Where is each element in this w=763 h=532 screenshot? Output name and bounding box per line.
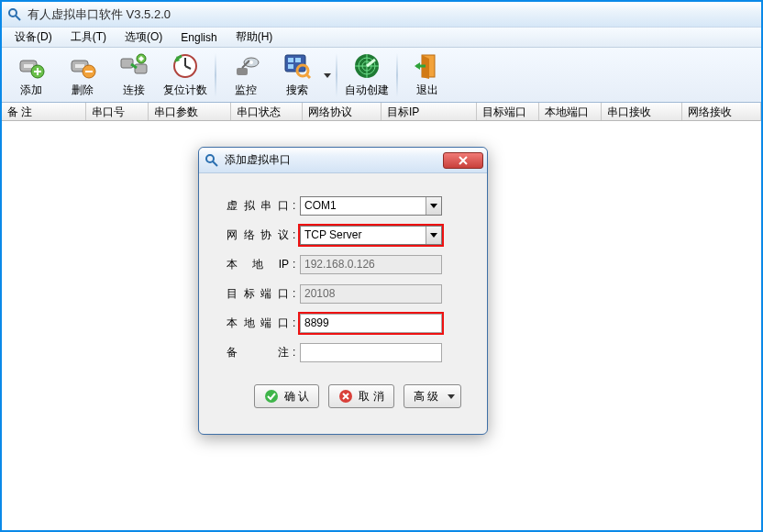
col-target-port[interactable]: 目标端口 [477,103,539,120]
menubar: 设备(D) 工具(T) 选项(O) English 帮助(H) [2,28,761,48]
svg-rect-6 [75,64,84,68]
monitor-icon [231,51,260,81]
col-net-proto[interactable]: 网络协议 [303,103,382,120]
svg-point-33 [265,390,278,403]
add-virtual-com-dialog: 添加虚拟串口 虚拟串口: COM1 网络协议: TCP Server [198,147,488,435]
tool-search[interactable]: 搜索 [271,50,323,101]
reset-icon [171,51,200,81]
label-local-ip: 本地IP [227,257,293,272]
label-remark: 备 注 [227,345,293,360]
ok-button[interactable]: 确 认 [254,384,319,408]
svg-marker-32 [430,233,437,238]
combo-network-protocol-value: TCP Server [301,228,426,241]
svg-marker-35 [448,394,455,399]
column-headers: 备 注 串口号 串口参数 串口状态 网络协议 目标IP 目标端口 本地端口 串口… [2,103,761,121]
tool-reset-label: 复位计数 [163,83,207,98]
add-icon [17,51,46,81]
cancel-icon [338,389,353,404]
svg-point-29 [206,155,214,162]
tool-monitor[interactable]: 监控 [220,50,271,101]
advanced-button[interactable]: 高 级 [404,384,461,408]
svg-rect-14 [237,68,248,75]
tool-search-label: 搜索 [286,83,308,98]
autocreate-icon [352,51,382,81]
combo-virtual-com-value: COM1 [301,199,426,212]
chevron-down-icon [426,197,441,215]
tool-reset[interactable]: 复位计数 [160,50,211,101]
toolbar-separator [336,53,337,97]
chevron-down-icon [448,390,455,403]
check-icon [264,389,279,404]
cancel-button-label: 取 消 [359,389,383,405]
exit-icon [413,51,442,81]
tool-autocreate[interactable]: 自动创建 [341,50,393,101]
col-com-params[interactable]: 串口参数 [149,103,231,120]
svg-point-0 [9,9,17,17]
col-target-ip[interactable]: 目标IP [382,103,477,120]
menu-help[interactable]: 帮助(H) [228,28,281,47]
svg-rect-18 [295,58,301,62]
col-remark[interactable]: 备 注 [2,103,86,120]
dialog-buttons: 确 认 取 消 高 级 [227,381,467,408]
svg-marker-28 [415,62,420,70]
connect-icon [119,51,149,81]
input-local-port[interactable]: 8899 [300,314,442,333]
dialog-titlebar[interactable]: 添加虚拟串口 [199,148,487,173]
titlebar: 有人虚拟串口软件 V3.5.2.0 [2,2,761,28]
tool-search-dropdown[interactable] [323,50,332,101]
tool-connect-label: 连接 [123,83,145,98]
delete-icon [68,51,97,81]
dialog-close-button[interactable] [443,152,483,169]
dialog-body: 虚拟串口: COM1 网络协议: TCP Server 本地IP: [199,173,487,421]
input-local-port-value: 8899 [304,316,329,329]
menu-english[interactable]: English [173,29,224,46]
menu-options[interactable]: 选项(O) [117,28,170,47]
combo-virtual-com[interactable]: COM1 [300,196,442,216]
svg-line-1 [16,16,20,20]
app-title: 有人虚拟串口软件 V3.5.2.0 [28,6,171,23]
svg-rect-16 [285,55,305,72]
label-target-port: 目标端口 [227,286,293,302]
input-local-ip-value: 192.168.0.126 [304,258,375,271]
svg-rect-8 [121,59,133,68]
advanced-button-label: 高 级 [414,389,438,405]
svg-rect-19 [288,64,293,69]
toolbar-separator [396,53,398,97]
input-target-port-value: 20108 [304,287,335,300]
tool-delete[interactable]: 删除 [57,50,108,101]
tool-add[interactable]: 添加 [6,50,57,101]
tool-add-label: 添加 [20,83,42,98]
search-icon [282,51,312,81]
toolbar-separator [215,53,216,97]
svg-line-30 [213,161,217,166]
tool-exit[interactable]: 退出 [402,50,453,101]
svg-rect-17 [288,58,293,62]
input-local-ip: 192.168.0.126 [300,255,442,274]
label-local-port: 本地端口 [227,316,293,331]
app-icon [7,7,22,22]
svg-marker-22 [324,73,331,78]
dialog-title: 添加虚拟串口 [225,152,443,168]
svg-line-21 [306,74,310,78]
input-remark[interactable] [300,343,442,362]
tool-connect[interactable]: 连接 [108,50,160,101]
combo-network-protocol[interactable]: TCP Server [300,226,442,245]
tool-exit-label: 退出 [416,83,438,98]
col-com-state[interactable]: 串口状态 [231,103,303,120]
dialog-icon [205,153,219,168]
menu-tools[interactable]: 工具(T) [63,28,114,47]
tool-delete-label: 删除 [72,83,94,98]
svg-rect-9 [135,64,147,73]
label-net-proto: 网络协议 [227,227,293,243]
col-net-recv[interactable]: 网络接收 [682,103,761,120]
label-vcom: 虚拟串口 [227,198,293,214]
chevron-down-icon [426,227,441,244]
col-local-port[interactable]: 本地端口 [539,103,602,120]
col-com-no[interactable]: 串口号 [86,103,149,120]
cancel-button[interactable]: 取 消 [328,384,393,408]
menu-device[interactable]: 设备(D) [7,28,60,47]
svg-point-15 [249,61,253,64]
ok-button-label: 确 认 [284,389,309,405]
tool-autocreate-label: 自动创建 [345,83,389,98]
col-com-recv[interactable]: 串口接收 [602,103,682,120]
